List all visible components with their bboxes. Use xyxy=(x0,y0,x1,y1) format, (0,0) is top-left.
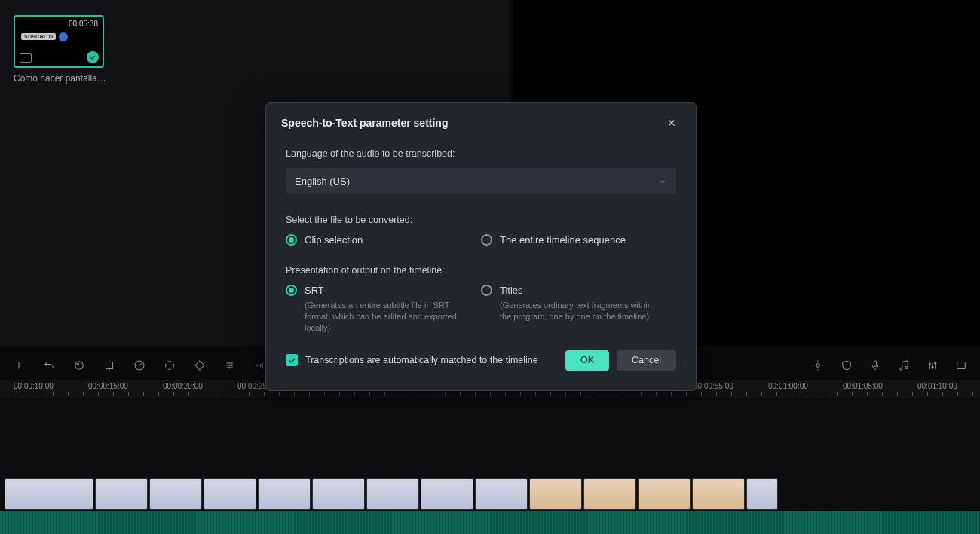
dialog-title: Speech-to-Text parameter setting xyxy=(281,117,448,129)
check-icon xyxy=(288,356,296,365)
close-button[interactable] xyxy=(663,114,681,132)
cancel-button[interactable]: Cancel xyxy=(617,350,676,371)
output-label: Presentation of output on the timeline: xyxy=(286,265,676,276)
speech-to-text-dialog: Speech-to-Text parameter setting Languag… xyxy=(265,102,697,391)
srt-description: (Generates an entire subtitle file in SR… xyxy=(286,300,467,334)
close-icon xyxy=(666,117,677,128)
language-select[interactable]: English (US) xyxy=(286,168,676,194)
radio-clip-selection[interactable]: Clip selection xyxy=(286,234,481,246)
radio-entire-timeline[interactable]: The entire timeline sequence xyxy=(481,234,676,246)
titles-description: (Generates ordinary text fragments withi… xyxy=(481,300,662,322)
modal-overlay: Speech-to-Text parameter setting Languag… xyxy=(0,0,980,534)
radio-off-icon xyxy=(481,285,492,296)
file-select-label: Select the file to be converted: xyxy=(286,215,676,225)
radio-on-icon xyxy=(286,234,297,246)
language-label: Language of the audio to be transcribed: xyxy=(286,148,676,159)
radio-titles[interactable]: Titles xyxy=(481,285,676,296)
radio-off-icon xyxy=(481,234,492,246)
auto-match-label: Transcriptions are automatically matched… xyxy=(305,355,565,365)
radio-srt[interactable]: SRT xyxy=(286,285,481,296)
radio-on-icon xyxy=(286,285,297,296)
chevron-down-icon xyxy=(658,177,667,188)
language-value: English (US) xyxy=(295,175,350,187)
ok-button[interactable]: OK xyxy=(565,350,609,371)
auto-match-checkbox[interactable] xyxy=(286,354,298,366)
